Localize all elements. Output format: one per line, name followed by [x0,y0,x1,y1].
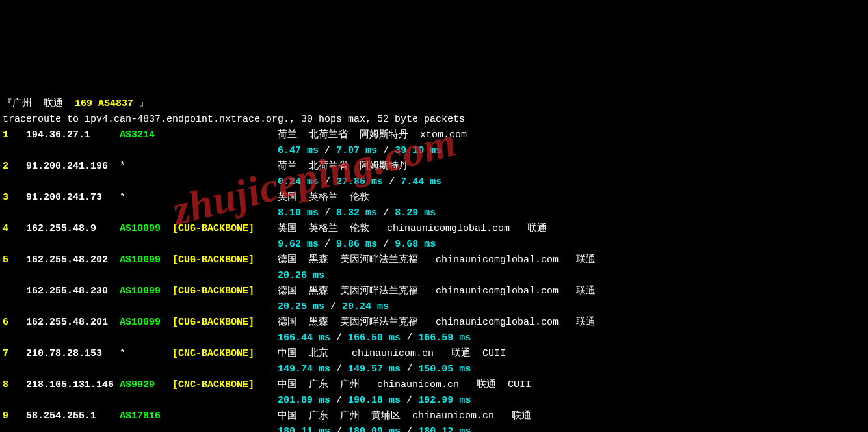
header-isp: 联通 [44,96,75,112]
latency-value: 149.74 ms [278,362,330,377]
indent [3,268,278,284]
latency-value: 0.24 ms [278,174,319,190]
hop-number: 4 [3,221,26,237]
hop-asn: * [120,346,172,362]
hop-latency-row: 149.74 ms / 149.57 ms / 150.05 ms [3,362,865,377]
hop-location: 荷兰 北荷兰省 阿姆斯特丹 [278,159,408,174]
hop-ip: 210.78.28.153 [26,346,120,362]
latency-value: 6.47 ms [278,143,319,159]
hop-asn: * [120,190,172,206]
latency-sep: / [401,393,418,409]
hop-latency-row: 20.26 ms [3,268,865,284]
hop-backbone: [CUG-BACKBONE] [172,315,278,331]
latency-value: 27.85 ms [336,174,383,190]
hop-location: 英国 英格兰 伦敦 [278,190,369,206]
hop-ip: 218.105.131.146 [26,377,120,393]
latency-value: 166.59 ms [418,331,471,346]
hop-backbone: [CNC-BACKBONE] [172,346,278,362]
command-text: traceroute to ipv4.can-4837.endpoint.nxt… [3,112,465,128]
hop-location: 英国 英格兰 伦敦 chinaunicomglobal.com 联通 [278,221,547,237]
latency-value: 8.32 ms [336,206,377,221]
hop-row: 5162.255.48.202AS10099[CUG-BACKBONE]德国 黑… [3,252,865,268]
latency-sep: / [319,206,336,221]
latency-value: 180.11 ms [278,424,330,432]
hop-location: 中国 广东 广州 chinaunicom.cn 联通 CUII [278,377,531,393]
hop-latency-row: 201.89 ms / 190.18 ms / 192.99 ms [3,393,865,409]
latency-value: 192.99 ms [418,393,471,409]
hop-asn: * [120,159,172,174]
hop-row: 291.200.241.196*荷兰 北荷兰省 阿姆斯特丹 [3,159,865,174]
latency-sep: / [401,424,418,432]
hop-location: 中国 广东 广州 黄埔区 chinaunicom.cn 联通 [278,409,531,424]
terminal-output: 『广州 联通 169 AS4837 』traceroute to ipv4.ca… [3,96,865,432]
hop-ip: 194.36.27.1 [26,128,120,143]
latency-value: 180.12 ms [418,424,471,432]
latency-value: 7.07 ms [336,143,377,159]
hop-asn: AS10099 [120,252,172,268]
latency-sep: / [330,362,348,377]
hop-location: 荷兰 北荷兰省 阿姆斯特丹 xtom.com [278,128,467,143]
hop-asn: AS10099 [120,284,172,299]
indent [3,237,278,252]
indent [3,143,278,159]
latency-sep: / [319,143,336,159]
latency-sep: / [324,299,342,315]
header-asn: 169 AS4837 [75,96,139,112]
hop-ip: 162.255.48.201 [26,315,120,331]
latency-value: 9.62 ms [278,237,319,252]
header-location: 广州 [12,96,44,112]
hop-location: 中国 北京 chinaunicom.cn 联通 CUII [278,346,506,362]
latency-value: 166.44 ms [278,331,330,346]
latency-value: 8.29 ms [395,206,436,221]
latency-sep: / [383,174,401,190]
hop-location: 德国 黑森 美因河畔法兰克福 chinaunicomglobal.com 联通 [278,284,596,299]
latency-sep: / [330,331,348,346]
hop-latency-row: 9.62 ms / 9.86 ms / 9.68 ms [3,237,865,252]
hop-row: 1194.36.27.1AS3214荷兰 北荷兰省 阿姆斯特丹 xtom.com [3,128,865,143]
header-bracket-close: 』 [139,96,149,112]
latency-value: 9.86 ms [336,237,377,252]
latency-value: 166.50 ms [348,331,401,346]
latency-sep: / [330,393,348,409]
hop-backbone: [CUG-BACKBONE] [172,252,278,268]
hop-ip: 162.255.48.230 [26,284,120,299]
hop-number: 2 [3,159,26,174]
indent [3,393,278,409]
hop-latency-row: 8.10 ms / 8.32 ms / 8.29 ms [3,206,865,221]
hop-ip: 162.255.48.9 [26,221,120,237]
indent [3,362,278,377]
hop-number: 5 [3,252,26,268]
latency-value: 190.18 ms [348,393,401,409]
hop-latency-row: 20.25 ms / 20.24 ms [3,299,865,315]
hop-backbone: [CUG-BACKBONE] [172,284,278,299]
hop-number: 6 [3,315,26,331]
hop-latency-row: 180.11 ms / 180.09 ms / 180.12 ms [3,424,865,432]
hop-location: 德国 黑森 美因河畔法兰克福 chinaunicomglobal.com 联通 [278,252,596,268]
latency-value: 20.26 ms [278,268,324,284]
latency-sep: / [319,237,336,252]
hop-ip: 91.200.241.73 [26,190,120,206]
hop-backbone: [CUG-BACKBONE] [172,221,278,237]
hop-row: 6162.255.48.201AS10099[CUG-BACKBONE]德国 黑… [3,315,865,331]
hop-asn: AS9929 [120,377,172,393]
hop-ip: 58.254.255.1 [26,409,120,424]
hop-backbone: [CNC-BACKBONE] [172,377,278,393]
hop-number: 1 [3,128,26,143]
latency-sep: / [377,206,395,221]
hop-location: 德国 黑森 美因河畔法兰克福 chinaunicomglobal.com 联通 [278,315,596,331]
hop-number: 8 [3,377,26,393]
latency-value: 7.44 ms [401,174,441,190]
hop-latency-row: 166.44 ms / 166.50 ms / 166.59 ms [3,331,865,346]
latency-value: 39.19 ms [395,143,441,159]
latency-sep: / [330,424,348,432]
latency-sep: / [377,237,395,252]
latency-sep: / [377,143,395,159]
hop-number: 7 [3,346,26,362]
latency-value: 150.05 ms [418,362,471,377]
hop-asn: AS3214 [120,128,172,143]
latency-value: 180.09 ms [348,424,401,432]
indent [3,424,278,432]
hop-row: 4162.255.48.9AS10099[CUG-BACKBONE]英国 英格兰… [3,221,865,237]
latency-value: 9.68 ms [395,237,436,252]
indent [3,299,278,315]
